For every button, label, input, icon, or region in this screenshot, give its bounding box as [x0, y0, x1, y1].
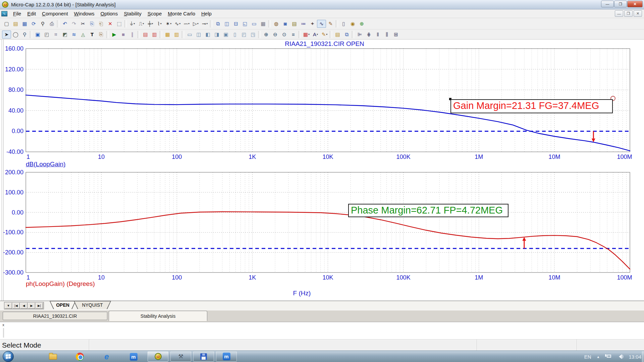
- watch-window-button[interactable]: ▥: [172, 31, 181, 39]
- message-panel-scrollbar[interactable]: [3, 328, 4, 338]
- distribute-vertical-button[interactable]: ⫼: [382, 31, 391, 39]
- highlight-pen-button[interactable]: ✎▾: [320, 31, 329, 39]
- minimize-button[interactable]: —: [601, 1, 614, 7]
- network-icon[interactable]: [605, 354, 611, 359]
- fit-to-window-button[interactable]: ⊞: [391, 31, 400, 39]
- two-graph-layout-button[interactable]: ◫: [194, 31, 203, 39]
- restore-button[interactable]: ❐: [614, 1, 627, 7]
- maxthon-taskbar-icon[interactable]: m: [120, 351, 147, 362]
- design-tool-taskbar-button[interactable]: ⚒: [170, 351, 191, 362]
- show-desktop-button[interactable]: [642, 351, 644, 362]
- clock[interactable]: 13:04: [629, 354, 641, 360]
- region-box-button[interactable]: ◰: [42, 31, 51, 39]
- child-close-button[interactable]: ✕: [634, 10, 642, 17]
- sine-source-component-button[interactable]: ∿▾: [173, 20, 182, 28]
- web-update-button[interactable]: ⊕: [357, 20, 366, 28]
- resistor-component-button[interactable]: ⎍▾: [137, 20, 146, 28]
- menu-edit[interactable]: Edit: [24, 10, 39, 17]
- media-window-button[interactable]: ▯: [339, 20, 348, 28]
- close-button[interactable]: ✕: [627, 1, 643, 7]
- stop-analysis-button[interactable]: ■: [119, 31, 128, 39]
- probe-component-button[interactable]: ⊸▾: [200, 20, 209, 28]
- last-page-button[interactable]: ▶|: [36, 303, 43, 309]
- copy-button[interactable]: ⎘: [88, 20, 97, 28]
- page-tab-nyquist[interactable]: NYQUIST: [74, 301, 111, 309]
- menu-list-button[interactable]: ≡: [289, 31, 298, 39]
- delete-button[interactable]: ✕: [106, 20, 115, 28]
- zoom-out-button[interactable]: ⊖: [271, 31, 280, 39]
- print-button[interactable]: ⎙: [47, 20, 56, 28]
- stepping-button[interactable]: ▥: [150, 31, 159, 39]
- open-file-button[interactable]: ▤: [11, 20, 20, 28]
- graphics-mode-button[interactable]: ◯: [11, 31, 20, 39]
- file-tab-stability-analysis[interactable]: Stability Analysis: [109, 311, 207, 321]
- dropdown-caret-icon[interactable]: ▾: [188, 22, 190, 25]
- analysis-plot-button[interactable]: ∿: [317, 20, 326, 28]
- file-tab-riaa21-190321-cir[interactable]: RIAA21_190321.CIR: [3, 312, 107, 320]
- copy-graph-button[interactable]: ⧉: [342, 31, 351, 39]
- thumbnail-layout-button[interactable]: ▯: [230, 31, 239, 39]
- wave-select-button[interactable]: ≋: [69, 31, 78, 39]
- diode-component-button[interactable]: ✶▾: [164, 20, 173, 28]
- monitor-view-button[interactable]: ▣: [33, 31, 42, 39]
- dropdown-caret-icon[interactable]: ▾: [133, 22, 135, 25]
- phase-margin-annotation[interactable]: Phase Margin=62.71 FP=4.72MEG: [348, 204, 508, 217]
- analysis-limits-button[interactable]: ▤: [141, 31, 150, 39]
- menu-file[interactable]: File: [10, 10, 24, 17]
- speaker-icon[interactable]: [616, 354, 623, 359]
- child-restore-button[interactable]: ❐: [624, 10, 633, 17]
- split-window-button[interactable]: ◱: [240, 20, 250, 28]
- dropdown-caret-icon[interactable]: ▾: [160, 22, 162, 25]
- cascade-windows-button[interactable]: ⧉: [213, 20, 222, 28]
- menu-windows[interactable]: Windows: [71, 10, 98, 17]
- ground-component-button[interactable]: ⏚▾: [128, 20, 137, 28]
- windows-explorer-taskbar-icon[interactable]: [40, 351, 66, 362]
- tile-horizontal-button[interactable]: ⊟: [231, 20, 240, 28]
- text-tool-button[interactable]: T: [88, 31, 97, 39]
- pause-analysis-button[interactable]: ∥: [128, 31, 137, 39]
- phase-axis-name[interactable]: ph(LoopGain) (Degrees): [26, 280, 95, 288]
- zoom-mode-button[interactable]: ⚲: [20, 31, 29, 39]
- find-button[interactable]: ⚲: [38, 20, 47, 28]
- polygon-tool-button[interactable]: ◩: [60, 31, 69, 39]
- dropdown-caret-icon[interactable]: ▾: [170, 22, 171, 25]
- menu-monte-carlo[interactable]: Monte Carlo: [165, 10, 198, 17]
- dropdown-caret-icon[interactable]: ▾: [152, 22, 153, 25]
- language-indicator[interactable]: EN: [584, 354, 591, 360]
- menu-help[interactable]: Help: [198, 10, 215, 17]
- new-schematic-button[interactable]: ▢: [2, 20, 11, 28]
- tools-button[interactable]: ✦: [308, 20, 317, 28]
- help-user-button[interactable]: ◉: [348, 20, 357, 28]
- chrome-taskbar-icon[interactable]: [66, 351, 93, 362]
- redo-button[interactable]: ↷: [69, 20, 78, 28]
- child-minimize-button[interactable]: —: [615, 10, 623, 17]
- edit-analysis-button[interactable]: ✎: [326, 20, 335, 28]
- marker-tool-button[interactable]: ◬: [78, 31, 88, 39]
- undo-button[interactable]: ↶: [60, 20, 69, 28]
- pane-left-layout-button[interactable]: ◰: [239, 31, 249, 39]
- tile-vertical-button[interactable]: ◫: [222, 20, 231, 28]
- internet-explorer-taskbar-icon[interactable]: e: [93, 351, 120, 362]
- select-mode-button[interactable]: ➤: [2, 31, 11, 39]
- capacitor-component-button[interactable]: ╪▾: [146, 20, 155, 28]
- prev-page-button[interactable]: ◀: [20, 303, 28, 309]
- clipboard-tool-button[interactable]: ⎘: [97, 31, 106, 39]
- attributes-button[interactable]: ▤: [290, 20, 299, 28]
- opamp-component-button[interactable]: ▷▾: [191, 20, 200, 28]
- zoom-window-button[interactable]: ⊙: [280, 31, 289, 39]
- dropdown-caret-icon[interactable]: ▾: [143, 22, 144, 25]
- dropdown-caret-icon[interactable]: ▾: [317, 33, 318, 36]
- maxthon-window-taskbar-button[interactable]: m: [216, 351, 237, 362]
- one-graph-layout-button[interactable]: ▭: [185, 31, 194, 39]
- paste-button[interactable]: ⎗: [97, 20, 106, 28]
- menu-component[interactable]: Component: [39, 10, 71, 17]
- next-page-button[interactable]: ▶: [28, 303, 35, 309]
- battery-component-button[interactable]: ⎓▾: [182, 20, 191, 28]
- dropdown-caret-icon[interactable]: ▾: [206, 22, 208, 25]
- save-file-button[interactable]: ▦: [20, 20, 29, 28]
- first-page-button[interactable]: |◀: [12, 303, 20, 309]
- dropdown-caret-icon[interactable]: ▾: [326, 33, 327, 36]
- micro-cap-taskbar-button[interactable]: 12: [148, 351, 168, 362]
- menu-scope[interactable]: Scope: [145, 10, 165, 17]
- page-list-dropdown-button[interactable]: ▼: [5, 303, 12, 309]
